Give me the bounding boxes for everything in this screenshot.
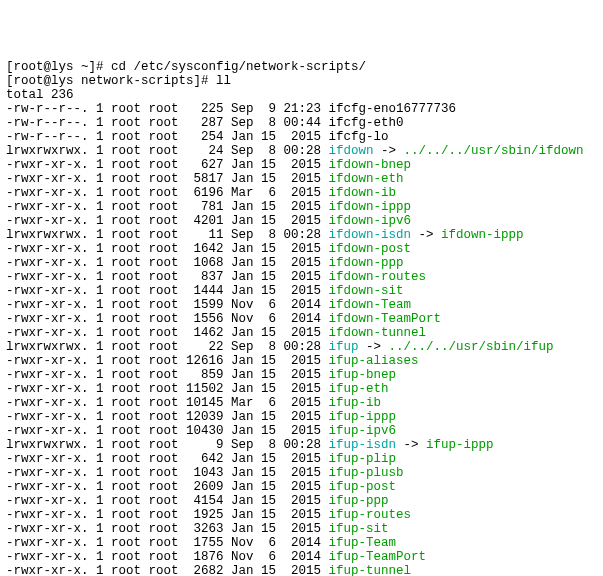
file-entry: lrwxrwxrwx. 1 root root 9 Sep 8 00:28 if… — [6, 438, 597, 452]
file-entry: -rwxr-xr-x. 1 root root 3263 Jan 15 2015… — [6, 522, 597, 536]
file-entry: -rwxr-xr-x. 1 root root 12616 Jan 15 201… — [6, 354, 597, 368]
file-entry: -rwxr-xr-x. 1 root root 1444 Jan 15 2015… — [6, 284, 597, 298]
file-entry: -rwxr-xr-x. 1 root root 627 Jan 15 2015 … — [6, 158, 597, 172]
file-entry: -rwxr-xr-x. 1 root root 1068 Jan 15 2015… — [6, 256, 597, 270]
file-entry: -rwxr-xr-x. 1 root root 1462 Jan 15 2015… — [6, 326, 597, 340]
file-entry: lrwxrwxrwx. 1 root root 22 Sep 8 00:28 i… — [6, 340, 597, 354]
file-entry: -rwxr-xr-x. 1 root root 781 Jan 15 2015 … — [6, 200, 597, 214]
file-entry: -rwxr-xr-x. 1 root root 2609 Jan 15 2015… — [6, 480, 597, 494]
prompt-line: [root@lys network-scripts]# ll — [6, 74, 597, 88]
file-entry: -rwxr-xr-x. 1 root root 1599 Nov 6 2014 … — [6, 298, 597, 312]
file-entry: -rwxr-xr-x. 1 root root 5817 Jan 15 2015… — [6, 172, 597, 186]
file-entry: -rwxr-xr-x. 1 root root 642 Jan 15 2015 … — [6, 452, 597, 466]
file-entry: -rwxr-xr-x. 1 root root 837 Jan 15 2015 … — [6, 270, 597, 284]
file-entry: -rwxr-xr-x. 1 root root 1043 Jan 15 2015… — [6, 466, 597, 480]
file-entry: -rwxr-xr-x. 1 root root 1755 Nov 6 2014 … — [6, 536, 597, 550]
file-entry: -rwxr-xr-x. 1 root root 10430 Jan 15 201… — [6, 424, 597, 438]
file-entry: -rw-r--r--. 1 root root 287 Sep 8 00:44 … — [6, 116, 597, 130]
file-entry: -rwxr-xr-x. 1 root root 10145 Mar 6 2015… — [6, 396, 597, 410]
file-entry: lrwxrwxrwx. 1 root root 24 Sep 8 00:28 i… — [6, 144, 597, 158]
terminal-output: [root@lys ~]# cd /etc/sysconfig/network-… — [6, 60, 597, 576]
total-line: total 236 — [6, 88, 597, 102]
file-entry: -rwxr-xr-x. 1 root root 1925 Jan 15 2015… — [6, 508, 597, 522]
file-entry: lrwxrwxrwx. 1 root root 11 Sep 8 00:28 i… — [6, 228, 597, 242]
file-entry: -rwxr-xr-x. 1 root root 4201 Jan 15 2015… — [6, 214, 597, 228]
file-entry: -rwxr-xr-x. 1 root root 1556 Nov 6 2014 … — [6, 312, 597, 326]
file-entry: -rwxr-xr-x. 1 root root 1642 Jan 15 2015… — [6, 242, 597, 256]
file-entry: -rw-r--r--. 1 root root 254 Jan 15 2015 … — [6, 130, 597, 144]
file-entry: -rwxr-xr-x. 1 root root 2682 Jan 15 2015… — [6, 564, 597, 576]
file-entry: -rwxr-xr-x. 1 root root 1876 Nov 6 2014 … — [6, 550, 597, 564]
file-entry: -rw-r--r--. 1 root root 225 Sep 9 21:23 … — [6, 102, 597, 116]
file-entry: -rwxr-xr-x. 1 root root 12039 Jan 15 201… — [6, 410, 597, 424]
file-entry: -rwxr-xr-x. 1 root root 6196 Mar 6 2015 … — [6, 186, 597, 200]
prompt-line: [root@lys ~]# cd /etc/sysconfig/network-… — [6, 60, 597, 74]
file-entry: -rwxr-xr-x. 1 root root 11502 Jan 15 201… — [6, 382, 597, 396]
file-entry: -rwxr-xr-x. 1 root root 859 Jan 15 2015 … — [6, 368, 597, 382]
file-entry: -rwxr-xr-x. 1 root root 4154 Jan 15 2015… — [6, 494, 597, 508]
